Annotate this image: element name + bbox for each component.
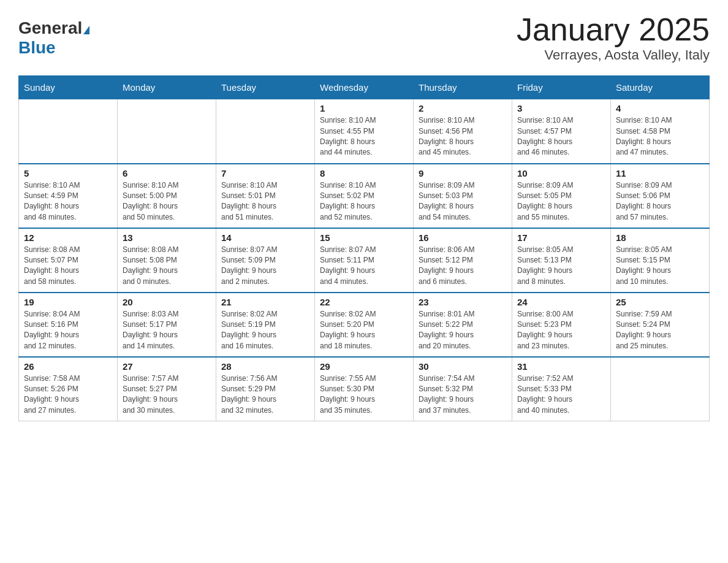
calendar-cell: 8Sunrise: 8:10 AMSunset: 5:02 PMDaylight… <box>315 164 414 228</box>
day-info: Sunrise: 7:54 AMSunset: 5:32 PMDaylight:… <box>419 373 507 416</box>
day-number: 6 <box>123 168 211 178</box>
day-number: 22 <box>320 297 408 307</box>
calendar-subtitle: Verrayes, Aosta Valley, Italy <box>517 47 710 63</box>
header-friday: Friday <box>512 76 611 99</box>
calendar-cell: 17Sunrise: 8:05 AMSunset: 5:13 PMDayligh… <box>512 228 611 293</box>
calendar-cell: 22Sunrise: 8:02 AMSunset: 5:20 PMDayligh… <box>315 293 414 357</box>
calendar-week-row: 26Sunrise: 7:58 AMSunset: 5:26 PMDayligh… <box>19 357 710 421</box>
day-info: Sunrise: 8:07 AMSunset: 5:09 PMDaylight:… <box>221 245 309 288</box>
day-number: 10 <box>517 168 605 178</box>
calendar-cell: 10Sunrise: 8:09 AMSunset: 5:05 PMDayligh… <box>512 164 611 228</box>
calendar-cell: 29Sunrise: 7:55 AMSunset: 5:30 PMDayligh… <box>315 357 414 421</box>
calendar-title: January 2025 <box>517 12 710 47</box>
day-number: 8 <box>320 168 408 178</box>
calendar-cell: 15Sunrise: 8:07 AMSunset: 5:11 PMDayligh… <box>315 228 414 293</box>
day-info: Sunrise: 8:00 AMSunset: 5:23 PMDaylight:… <box>517 309 605 352</box>
calendar-cell: 19Sunrise: 8:04 AMSunset: 5:16 PMDayligh… <box>19 293 118 357</box>
day-info: Sunrise: 8:10 AMSunset: 5:01 PMDaylight:… <box>221 180 309 223</box>
calendar-cell: 31Sunrise: 7:52 AMSunset: 5:33 PMDayligh… <box>512 357 611 421</box>
day-number: 28 <box>221 361 309 372</box>
day-number: 2 <box>419 103 507 113</box>
calendar-cell: 21Sunrise: 8:02 AMSunset: 5:19 PMDayligh… <box>216 293 315 357</box>
day-info: Sunrise: 8:02 AMSunset: 5:20 PMDaylight:… <box>320 309 408 352</box>
day-number: 12 <box>24 232 112 243</box>
day-info: Sunrise: 8:10 AMSunset: 5:02 PMDaylight:… <box>320 180 408 223</box>
calendar-cell: 2Sunrise: 8:10 AMSunset: 4:56 PMDaylight… <box>414 99 512 164</box>
calendar-cell <box>19 99 118 164</box>
day-info: Sunrise: 7:55 AMSunset: 5:30 PMDaylight:… <box>320 373 408 416</box>
day-info: Sunrise: 8:10 AMSunset: 4:57 PMDaylight:… <box>517 115 605 158</box>
header-monday: Monday <box>118 76 216 99</box>
calendar-cell: 13Sunrise: 8:08 AMSunset: 5:08 PMDayligh… <box>118 228 216 293</box>
calendar-week-row: 12Sunrise: 8:08 AMSunset: 5:07 PMDayligh… <box>19 228 710 293</box>
calendar-header-row: SundayMondayTuesdayWednesdayThursdayFrid… <box>19 76 710 99</box>
day-info: Sunrise: 7:59 AMSunset: 5:24 PMDaylight:… <box>616 309 704 352</box>
day-number: 15 <box>320 232 408 243</box>
day-number: 20 <box>123 297 211 307</box>
calendar-cell: 30Sunrise: 7:54 AMSunset: 5:32 PMDayligh… <box>414 357 512 421</box>
day-info: Sunrise: 8:08 AMSunset: 5:07 PMDaylight:… <box>24 245 112 288</box>
day-info: Sunrise: 7:52 AMSunset: 5:33 PMDaylight:… <box>517 373 605 416</box>
day-number: 30 <box>419 361 507 372</box>
calendar-cell <box>118 99 216 164</box>
day-number: 19 <box>24 297 112 307</box>
logo-triangle-icon <box>83 26 89 34</box>
header-tuesday: Tuesday <box>216 76 315 99</box>
day-number: 11 <box>616 168 704 178</box>
day-number: 29 <box>320 361 408 372</box>
header-thursday: Thursday <box>414 76 512 99</box>
day-info: Sunrise: 7:58 AMSunset: 5:26 PMDaylight:… <box>24 373 112 416</box>
day-number: 17 <box>517 232 605 243</box>
title-block: January 2025 Verrayes, Aosta Valley, Ita… <box>517 12 710 63</box>
day-info: Sunrise: 8:10 AMSunset: 5:00 PMDaylight:… <box>123 180 211 223</box>
day-number: 31 <box>517 361 605 372</box>
day-number: 21 <box>221 297 309 307</box>
calendar-cell: 3Sunrise: 8:10 AMSunset: 4:57 PMDaylight… <box>512 99 611 164</box>
calendar-cell: 14Sunrise: 8:07 AMSunset: 5:09 PMDayligh… <box>216 228 315 293</box>
day-number: 18 <box>616 232 704 243</box>
calendar-cell: 9Sunrise: 8:09 AMSunset: 5:03 PMDaylight… <box>414 164 512 228</box>
day-info: Sunrise: 8:10 AMSunset: 4:56 PMDaylight:… <box>419 115 507 158</box>
calendar-cell: 26Sunrise: 7:58 AMSunset: 5:26 PMDayligh… <box>19 357 118 421</box>
day-number: 25 <box>616 297 704 307</box>
day-info: Sunrise: 7:56 AMSunset: 5:29 PMDaylight:… <box>221 373 309 416</box>
calendar-cell: 20Sunrise: 8:03 AMSunset: 5:17 PMDayligh… <box>118 293 216 357</box>
day-number: 16 <box>419 232 507 243</box>
calendar-cell <box>611 357 710 421</box>
day-number: 24 <box>517 297 605 307</box>
day-number: 5 <box>24 168 112 178</box>
header-saturday: Saturday <box>611 76 710 99</box>
calendar-cell: 25Sunrise: 7:59 AMSunset: 5:24 PMDayligh… <box>611 293 710 357</box>
page-header: General Blue January 2025 Verrayes, Aost… <box>18 12 710 63</box>
day-number: 26 <box>24 361 112 372</box>
calendar-cell: 18Sunrise: 8:05 AMSunset: 5:15 PMDayligh… <box>611 228 710 293</box>
day-number: 13 <box>123 232 211 243</box>
logo-blue-text: Blue <box>18 38 56 57</box>
logo: General Blue <box>18 12 89 58</box>
calendar-cell: 1Sunrise: 8:10 AMSunset: 4:55 PMDaylight… <box>315 99 414 164</box>
header-wednesday: Wednesday <box>315 76 414 99</box>
day-info: Sunrise: 8:10 AMSunset: 4:59 PMDaylight:… <box>24 180 112 223</box>
day-info: Sunrise: 8:05 AMSunset: 5:13 PMDaylight:… <box>517 245 605 288</box>
day-number: 3 <box>517 103 605 113</box>
calendar-week-row: 19Sunrise: 8:04 AMSunset: 5:16 PMDayligh… <box>19 293 710 357</box>
day-number: 9 <box>419 168 507 178</box>
calendar-cell: 7Sunrise: 8:10 AMSunset: 5:01 PMDaylight… <box>216 164 315 228</box>
day-number: 14 <box>221 232 309 243</box>
day-info: Sunrise: 8:09 AMSunset: 5:06 PMDaylight:… <box>616 180 704 223</box>
day-number: 7 <box>221 168 309 178</box>
day-info: Sunrise: 8:06 AMSunset: 5:12 PMDaylight:… <box>419 245 507 288</box>
calendar-week-row: 1Sunrise: 8:10 AMSunset: 4:55 PMDaylight… <box>19 99 710 164</box>
day-info: Sunrise: 8:02 AMSunset: 5:19 PMDaylight:… <box>221 309 309 352</box>
calendar-cell: 23Sunrise: 8:01 AMSunset: 5:22 PMDayligh… <box>414 293 512 357</box>
day-info: Sunrise: 8:08 AMSunset: 5:08 PMDaylight:… <box>123 245 211 288</box>
day-info: Sunrise: 8:03 AMSunset: 5:17 PMDaylight:… <box>123 309 211 352</box>
day-number: 23 <box>419 297 507 307</box>
calendar-cell: 6Sunrise: 8:10 AMSunset: 5:00 PMDaylight… <box>118 164 216 228</box>
header-sunday: Sunday <box>19 76 118 99</box>
calendar-cell <box>216 99 315 164</box>
day-info: Sunrise: 8:04 AMSunset: 5:16 PMDaylight:… <box>24 309 112 352</box>
calendar-table: SundayMondayTuesdayWednesdayThursdayFrid… <box>18 75 710 421</box>
day-number: 1 <box>320 103 408 113</box>
day-info: Sunrise: 8:10 AMSunset: 4:55 PMDaylight:… <box>320 115 408 158</box>
